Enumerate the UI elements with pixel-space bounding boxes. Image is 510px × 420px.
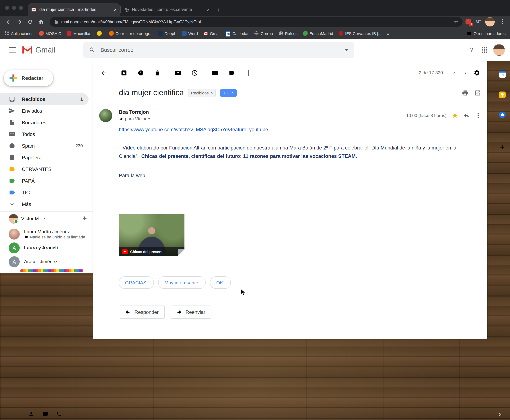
keep-panel-icon[interactable] [499,91,506,98]
forward-button[interactable]: Reenviar [170,306,211,319]
report-spam-button[interactable] [135,68,146,78]
contact-araceli[interactable]: A Araceli Jiménez [0,255,93,269]
remove-label-icon[interactable]: × [210,91,213,95]
show-side-panel-chevron[interactable]: › [499,411,501,418]
sidebar-item-mas[interactable]: Más [0,198,89,210]
sidebar-item-label-cervantes[interactable]: CERVANTES [0,163,89,175]
sidebar-item-label-papa[interactable]: PAPÁ [0,175,89,187]
compose-button[interactable]: Redactar [4,70,53,86]
move-to-button[interactable] [210,68,221,78]
open-in-new-icon[interactable] [474,90,481,96]
close-tab-icon[interactable]: × [207,7,210,12]
gmail-logo[interactable]: Gmail [22,45,55,54]
delete-button[interactable] [152,68,163,78]
snooze-button[interactable] [189,68,200,78]
zoom-window-button[interactable] [19,6,23,10]
archive-button[interactable] [119,68,129,78]
label-chip-recibidos[interactable]: Recibidos× [188,89,216,97]
smart-reply-gracias[interactable]: GRACIAS! [119,276,154,289]
bookmark-gmail[interactable]: Gmail [203,31,220,36]
video-attachment-thumbnail[interactable]: Chicas del present [119,214,184,256]
get-addons-button[interactable] [499,144,506,150]
home-button[interactable] [36,17,47,27]
bookmark-deepl[interactable]: DeepL [158,31,176,36]
label-button[interactable] [226,68,237,78]
reload-button[interactable] [25,17,36,27]
contact-laura-y-araceli[interactable]: A Laura y Araceli [0,241,93,255]
bookmark-educamadrid[interactable]: EducaMadrid [303,31,333,36]
tasks-panel-icon[interactable] [499,112,506,118]
reply-icon[interactable] [463,112,470,119]
settings-gear-button[interactable] [471,68,482,78]
new-tab-button[interactable]: + [217,7,221,13]
other-bookmarks-button[interactable]: Otros marcadores [467,31,506,36]
sidebar-item-enviados[interactable]: Enviados [0,105,89,117]
print-icon[interactable] [462,90,468,96]
forward-button[interactable] [14,17,25,27]
contacts-person-icon[interactable] [29,411,34,417]
sidebar-item-recibidos[interactable]: Recibidos1 [0,93,89,105]
search-placeholder[interactable]: Buscar correo [101,47,340,53]
smart-reply-interesante[interactable]: Muy interesante. [158,276,206,289]
account-avatar[interactable] [493,44,505,56]
browser-profile-avatar[interactable] [485,17,495,26]
search-icon[interactable] [89,46,96,53]
sidebar-item-todos[interactable]: Todos [0,128,89,140]
sidebar-item-papelera[interactable]: Papelera [0,152,89,163]
remove-label-icon[interactable]: × [231,91,234,95]
sidebar-item-label-tic[interactable]: TIC [0,187,89,198]
bookmark-raices[interactable]: Raíces [278,31,298,36]
hangouts-account-row[interactable]: Víctor M. ▾ [0,212,93,225]
tab-novedades[interactable]: Novedades | centro.ies.cervante × [121,3,213,16]
sender-avatar[interactable] [99,109,112,122]
macos-traffic-lights[interactable] [5,6,23,10]
reply-button[interactable]: Responder [119,306,165,319]
browser-menu-button[interactable] [499,21,506,22]
recipient-row[interactable]: para Víctor ▾ [119,116,150,121]
bookmark-star-icon[interactable] [454,20,458,24]
new-conversation-plus-icon[interactable] [81,215,88,222]
account-caret-icon[interactable]: ▾ [44,217,45,220]
close-tab-icon[interactable]: × [114,7,117,12]
bookmark-ies-cervantes[interactable]: IES Cervantes IB |... [339,31,382,36]
details-caret-icon[interactable]: ▾ [148,117,150,121]
bookmark-word[interactable]: Word [182,31,198,36]
bookmark-macmillan[interactable]: Macmillan [67,31,91,36]
google-apps-button[interactable] [481,47,488,53]
bookmark-correo[interactable]: Correo [254,31,273,36]
label-chip-tic[interactable]: TIC× [220,89,237,97]
tab-gmail[interactable]: dia mujer cientifica - martindedi × [28,3,120,16]
chat-icon[interactable] [42,411,48,417]
older-conversation-button[interactable]: › [460,69,470,76]
minimize-window-button[interactable] [12,6,16,10]
back-to-inbox-button[interactable] [98,68,109,78]
sidebar-item-borradores[interactable]: Borradores [0,117,89,128]
contact-laura-martin[interactable]: Laura Martín Jiménez Nadie se ha unido a… [0,227,93,241]
url-text[interactable]: mail.google.com/mail/u/0/#inbox/FMfcgxwG… [61,20,451,24]
close-window-button[interactable] [5,6,9,10]
adblock-extension-icon[interactable]: 12 [466,19,471,24]
phone-icon[interactable] [56,411,62,417]
youtube-link[interactable]: https://www.youtube.com/watch?v=MSAiag3C… [119,127,268,132]
mark-unread-button[interactable] [172,68,183,78]
bookmark-aplicaciones[interactable]: Aplicaciones [4,31,34,36]
newer-conversation-button[interactable]: ‹ [450,69,459,76]
search-options-caret-icon[interactable] [345,49,348,51]
bookmarks-overflow-button[interactable]: » [387,31,389,36]
message-more-button[interactable] [475,115,481,116]
main-menu-button[interactable] [5,43,20,57]
sender-name[interactable]: Bea Torrejon [119,109,150,115]
bookmark-corrector[interactable]: Corrector de ortogr... [109,31,152,36]
star-icon[interactable] [452,112,458,119]
bookmark-yellow[interactable] [97,31,103,36]
more-actions-button[interactable] [243,68,254,78]
sidebar-item-spam[interactable]: Spam230 [0,140,89,152]
help-button[interactable]: ? [467,46,476,53]
bookmark-calendar[interactable]: 28Calendar [226,30,249,36]
smart-reply-ok[interactable]: OK. [210,276,231,289]
address-bar[interactable]: mail.google.com/mail/u/0/#inbox/FMfcgxwG… [50,17,463,26]
bookmark-mosaic[interactable]: MOSAIC [39,31,61,36]
extension-m-icon[interactable]: M+ [476,19,481,24]
back-button[interactable] [3,17,14,27]
calendar-panel-icon[interactable]: 31 [499,71,506,78]
